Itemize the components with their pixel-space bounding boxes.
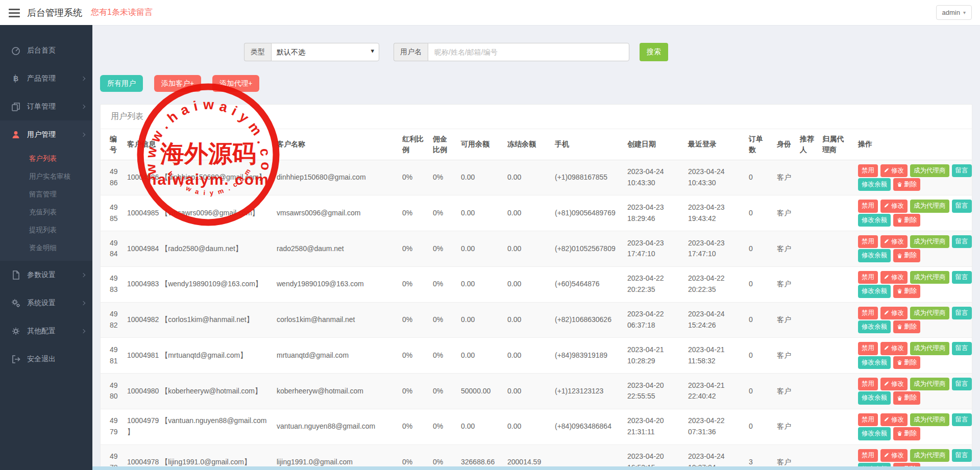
edit-button[interactable]: 修改 xyxy=(880,271,908,284)
disable-button[interactable]: 禁用 xyxy=(858,413,878,426)
bonus-ratio-cell: 0% xyxy=(398,231,429,267)
become-agent-button[interactable]: 成为代理商 xyxy=(910,164,949,177)
unread-message-notice[interactable]: 您有1条未读留言 xyxy=(91,7,153,18)
search-button[interactable]: 搜索 xyxy=(640,43,668,61)
edit-button[interactable]: 修改 xyxy=(880,449,908,462)
edit-balance-button[interactable]: 修改余额 xyxy=(858,356,891,369)
sidebar: 后台首页 B 产品管理 订单管理 用户管理 客户列表 用户实名审核 留言管理 充… xyxy=(0,25,92,470)
pencil-icon xyxy=(884,453,890,458)
username-input[interactable] xyxy=(428,43,629,61)
edit-button[interactable]: 修改 xyxy=(880,378,908,390)
sidebar-item-orders[interactable]: 订单管理 xyxy=(0,92,92,120)
message-button[interactable]: 留言 xyxy=(952,413,972,426)
edit-button[interactable]: 修改 xyxy=(880,413,908,426)
menu-toggle-icon[interactable] xyxy=(9,9,20,17)
submenu-item-realname-review[interactable]: 用户实名审核 xyxy=(0,167,92,185)
bonus-ratio-cell: 0% xyxy=(398,266,429,302)
add-agent-button[interactable]: 添加代理+ xyxy=(212,75,259,92)
become-agent-button[interactable]: 成为代理商 xyxy=(910,413,949,426)
commission-ratio-cell: 0% xyxy=(429,374,457,409)
submenu-item-message-management[interactable]: 留言管理 xyxy=(0,185,92,203)
sidebar-item-products[interactable]: B 产品管理 xyxy=(0,64,92,92)
admin-dropdown[interactable]: admin ▾ xyxy=(936,5,972,20)
delete-button[interactable]: 删除 xyxy=(893,285,920,298)
submenu-item-funds-detail[interactable]: 资金明细 xyxy=(0,239,92,257)
app-title: 后台管理系统 xyxy=(27,7,82,19)
edit-button[interactable]: 修改 xyxy=(880,200,908,212)
column-header: 佣金比例 xyxy=(429,129,457,160)
bonus-ratio-cell: 0% xyxy=(398,409,429,444)
disable-button[interactable]: 禁用 xyxy=(858,235,878,248)
column-header: 创建日期 xyxy=(623,129,684,160)
delete-button[interactable]: 删除 xyxy=(893,427,920,440)
delete-button[interactable]: 删除 xyxy=(893,178,920,191)
edit-button[interactable]: 修改 xyxy=(880,342,908,355)
message-button[interactable]: 留言 xyxy=(952,378,972,390)
customer-name-cell: corlos1kim@hanmail.net xyxy=(273,302,398,338)
message-button[interactable]: 留言 xyxy=(952,164,972,177)
agent-cell xyxy=(818,195,854,231)
submenu-item-customer-list[interactable]: 客户列表 xyxy=(0,150,92,167)
identity-cell: 客户 xyxy=(773,195,796,231)
message-button[interactable]: 留言 xyxy=(952,342,972,355)
disable-button[interactable]: 禁用 xyxy=(858,164,878,177)
disable-button[interactable]: 禁用 xyxy=(858,342,878,355)
disable-button[interactable]: 禁用 xyxy=(858,307,878,319)
available-balance-cell: 0.00 xyxy=(457,266,503,302)
add-customer-button[interactable]: 添加客户+ xyxy=(154,75,201,92)
customer-info-cell: 10004981 【mrtuanqtd@gmail.com】 xyxy=(123,338,273,374)
become-agent-button[interactable]: 成为代理商 xyxy=(910,307,949,319)
edit-balance-button[interactable]: 修改余额 xyxy=(858,320,891,333)
sidebar-item-users[interactable]: 用户管理 xyxy=(0,120,92,149)
type-filter-select[interactable]: 默认不选 xyxy=(271,43,379,61)
edit-button[interactable]: 修改 xyxy=(880,164,908,177)
become-agent-button[interactable]: 成为代理商 xyxy=(910,200,949,212)
submenu-item-recharge-list[interactable]: 充值列表 xyxy=(0,203,92,221)
edit-balance-button[interactable]: 修改余额 xyxy=(858,178,891,191)
customer-info-cell: 10004983 【wendy19890109@163.com】 xyxy=(123,266,273,302)
message-button[interactable]: 留言 xyxy=(952,271,972,284)
message-button[interactable]: 留言 xyxy=(952,449,972,462)
delete-button[interactable]: 删除 xyxy=(893,214,920,227)
all-users-button[interactable]: 所有用户 xyxy=(100,75,143,92)
edit-balance-button[interactable]: 修改余额 xyxy=(858,391,891,404)
last-login-cell: 2023-04-24 10:43:30 xyxy=(684,160,745,195)
delete-button[interactable]: 删除 xyxy=(893,249,920,262)
submenu-item-withdraw-list[interactable]: 提现列表 xyxy=(0,221,92,239)
become-agent-button[interactable]: 成为代理商 xyxy=(910,342,949,355)
delete-button[interactable]: 删除 xyxy=(893,320,920,333)
become-agent-button[interactable]: 成为代理商 xyxy=(910,235,949,248)
become-agent-button[interactable]: 成为代理商 xyxy=(910,378,949,390)
edit-button[interactable]: 修改 xyxy=(880,235,908,248)
message-button[interactable]: 留言 xyxy=(952,200,972,212)
disable-button[interactable]: 禁用 xyxy=(858,200,878,212)
edit-balance-button[interactable]: 修改余额 xyxy=(858,285,891,298)
message-button[interactable]: 留言 xyxy=(952,307,972,319)
edit-balance-button[interactable]: 修改余额 xyxy=(858,249,891,262)
sidebar-item-dashboard[interactable]: 后台首页 xyxy=(0,36,92,64)
edit-balance-button[interactable]: 修改余额 xyxy=(858,214,891,227)
customer-name-cell: mrtuanqtd@gmail.com xyxy=(273,338,398,374)
sidebar-item-parameters[interactable]: 参数设置 xyxy=(0,261,92,289)
trash-icon xyxy=(897,288,902,294)
edit-button[interactable]: 修改 xyxy=(880,307,908,319)
sidebar-item-logout[interactable]: 安全退出 xyxy=(0,345,92,373)
trash-icon xyxy=(897,182,902,187)
last-login-cell: 2023-04-22 20:22:35 xyxy=(684,266,745,302)
phone-cell: (+1)0988167855 xyxy=(551,160,623,195)
become-agent-button[interactable]: 成为代理商 xyxy=(910,449,949,462)
delete-button[interactable]: 删除 xyxy=(893,391,920,404)
sidebar-item-system[interactable]: 系统设置 xyxy=(0,289,92,317)
created-date-cell: 2023-04-21 10:28:29 xyxy=(623,338,684,374)
commission-ratio-cell: 0% xyxy=(429,160,457,195)
message-button[interactable]: 留言 xyxy=(952,235,972,248)
horizontal-scrollbar[interactable] xyxy=(92,466,980,470)
delete-button[interactable]: 删除 xyxy=(893,356,920,369)
disable-button[interactable]: 禁用 xyxy=(858,271,878,284)
become-agent-button[interactable]: 成为代理商 xyxy=(910,271,949,284)
disable-button[interactable]: 禁用 xyxy=(858,378,878,390)
disable-button[interactable]: 禁用 xyxy=(858,449,878,462)
sidebar-item-other[interactable]: 其他配置 xyxy=(0,317,92,345)
edit-balance-button[interactable]: 修改余额 xyxy=(858,427,891,440)
pencil-icon xyxy=(884,417,890,423)
